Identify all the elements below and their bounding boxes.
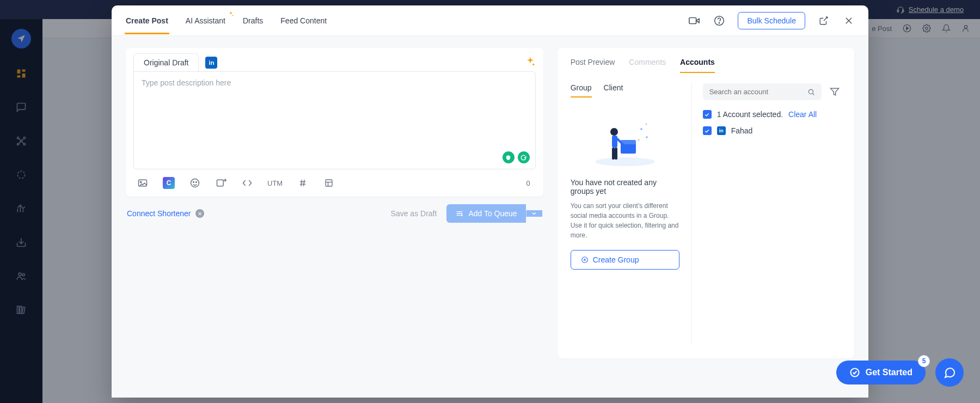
group-empty-desc: You can sort your client's different soc…	[571, 201, 679, 240]
svg-line-43	[301, 180, 302, 186]
hashtag-icon[interactable]	[297, 177, 309, 189]
create-group-label: Create Group	[593, 255, 639, 264]
svg-point-62	[638, 139, 639, 141]
group-column: Group Client	[571, 83, 679, 344]
right-card: Post Preview Comments Accounts Group Cli…	[558, 48, 854, 358]
clear-all-link[interactable]: Clear All	[788, 110, 817, 119]
help-icon[interactable]	[713, 14, 726, 27]
tab-create-post[interactable]: Create Post	[125, 8, 169, 34]
connect-shortener-link[interactable]: Connect Shortener ✕	[127, 209, 204, 218]
svg-rect-29	[689, 17, 696, 23]
external-link-icon[interactable]	[817, 14, 830, 27]
close-icon[interactable]	[842, 14, 855, 27]
svg-rect-58	[612, 148, 615, 160]
video-icon[interactable]	[688, 14, 701, 27]
get-started-button[interactable]: Get Started 5	[836, 361, 926, 384]
modal-body: Original Draft in Type post description …	[112, 36, 868, 398]
modal-tabs: Create Post AI Assistant Drafts Feed Con…	[125, 5, 328, 35]
queue-dropdown-arrow[interactable]	[526, 210, 542, 217]
tab-feed-content[interactable]: Feed Content	[279, 8, 328, 34]
account-name-label: Fahad	[731, 126, 753, 135]
create-post-modal: Create Post AI Assistant Drafts Feed Con…	[112, 5, 868, 398]
get-started-badge: 5	[918, 355, 930, 367]
account-search-box[interactable]	[703, 83, 822, 100]
select-all-checkbox[interactable]	[703, 110, 712, 119]
linkedin-chip[interactable]: in	[205, 57, 217, 69]
tab-original-draft[interactable]: Original Draft	[133, 53, 199, 71]
connect-shortener-label: Connect Shortener	[127, 209, 191, 218]
save-as-draft-button[interactable]: Save as Draft	[391, 209, 437, 218]
remove-shortener-icon[interactable]: ✕	[195, 209, 204, 218]
shield-badge[interactable]	[503, 151, 514, 163]
textarea-placeholder: Type post description here	[142, 78, 231, 87]
svg-point-61	[646, 136, 648, 138]
chat-icon	[943, 366, 956, 379]
utm-button[interactable]: UTM	[267, 177, 283, 189]
subtab-client[interactable]: Client	[604, 83, 623, 97]
svg-rect-45	[326, 180, 332, 186]
media-icon[interactable]	[137, 177, 149, 189]
svg-point-60	[640, 128, 642, 130]
account-search-input[interactable]	[709, 88, 807, 96]
editor-card: Original Draft in Type post description …	[126, 48, 543, 197]
chat-fab[interactable]	[935, 358, 964, 387]
create-group-button[interactable]: Create Group	[571, 250, 679, 270]
modal-header-actions: Bulk Schedule	[688, 12, 855, 29]
selected-count-label: 1 Account selected.	[717, 110, 783, 119]
image-upload-icon[interactable]	[215, 177, 227, 189]
accounts-selected-line: 1 Account selected. Clear All	[703, 110, 841, 119]
canva-icon[interactable]: C	[163, 177, 175, 189]
editor-below-row: Connect Shortener ✕ Save as Draft Add To…	[126, 197, 543, 230]
svg-point-66	[808, 89, 813, 94]
svg-point-36	[140, 181, 142, 183]
right-tabs: Post Preview Comments Accounts	[571, 58, 841, 74]
plus-circle-icon	[581, 256, 589, 264]
add-to-queue-button[interactable]: Add To Queue	[446, 204, 542, 223]
tab-ai-label: AI Assistant	[186, 16, 225, 25]
tab-ai-assistant[interactable]: AI Assistant	[185, 8, 226, 34]
account-row-fahad[interactable]: in Fahad	[703, 126, 841, 135]
accounts-column: 1 Account selected. Clear All in Fahad	[691, 83, 841, 344]
modal-header: Create Post AI Assistant Drafts Feed Con…	[112, 5, 868, 36]
queue-icon	[455, 209, 464, 218]
search-icon	[807, 88, 815, 96]
svg-point-38	[193, 182, 194, 183]
group-empty-title: You have not created any groups yet	[571, 178, 679, 196]
svg-point-56	[610, 128, 618, 136]
filter-icon[interactable]	[829, 86, 841, 98]
tab-accounts[interactable]: Accounts	[680, 58, 715, 73]
svg-point-32	[719, 22, 720, 23]
subtab-group[interactable]: Group	[571, 83, 592, 97]
editor-tools-row: C UTM 0	[126, 169, 543, 197]
editor-column: Original Draft in Type post description …	[126, 48, 543, 230]
svg-line-67	[813, 93, 814, 95]
empty-groups-illustration	[587, 113, 663, 167]
tab-post-preview[interactable]: Post Preview	[571, 58, 615, 73]
bulk-schedule-button[interactable]: Bulk Schedule	[738, 12, 805, 29]
account-search-row	[703, 83, 841, 100]
post-textarea[interactable]: Type post description here	[133, 71, 536, 169]
code-icon[interactable]	[241, 177, 253, 189]
emoji-icon[interactable]	[189, 177, 201, 189]
linkedin-icon: in	[717, 126, 726, 135]
group-subtabs: Group Client	[571, 83, 679, 97]
svg-marker-68	[831, 88, 839, 95]
svg-rect-40	[217, 180, 224, 186]
get-started-label: Get Started	[866, 368, 912, 377]
svg-point-31	[715, 16, 724, 25]
grammarly-badge[interactable]	[518, 151, 530, 163]
editor-tabs-row: Original Draft in	[126, 48, 543, 71]
account-checkbox[interactable]	[703, 126, 712, 135]
sparkle-icon	[228, 11, 234, 17]
grammar-badges	[503, 151, 530, 163]
svg-point-53	[595, 157, 655, 166]
svg-rect-59	[615, 148, 617, 160]
ai-sparkle-button[interactable]	[525, 56, 536, 69]
tab-drafts[interactable]: Drafts	[242, 8, 264, 34]
template-icon[interactable]	[323, 177, 335, 189]
svg-rect-57	[612, 136, 617, 148]
queue-label: Add To Queue	[468, 209, 517, 218]
check-circle-icon	[849, 367, 860, 378]
char-count: 0	[526, 179, 532, 187]
tab-comments[interactable]: Comments	[629, 58, 666, 73]
